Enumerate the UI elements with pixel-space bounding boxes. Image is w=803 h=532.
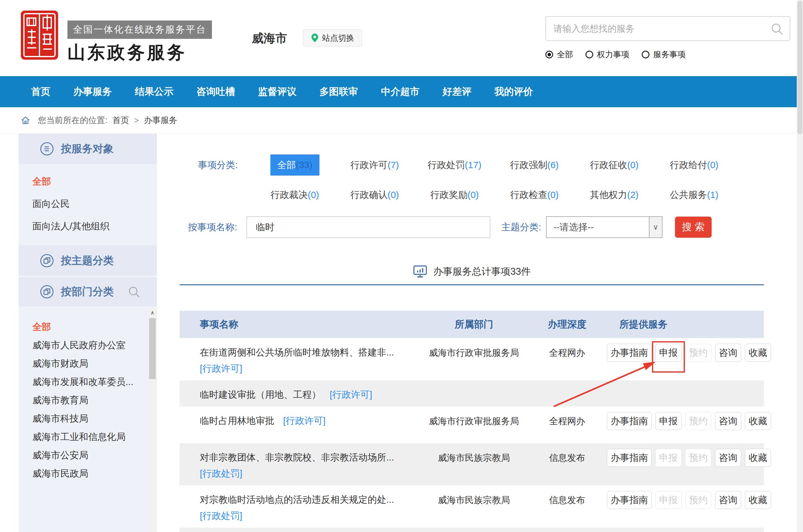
department-item-威海市财政局[interactable]: 威海市财政局 bbox=[19, 354, 157, 373]
row-action-办事指南[interactable]: 办事指南 bbox=[607, 344, 652, 362]
department-item-全部[interactable]: 全部 bbox=[19, 318, 157, 336]
category-tag[interactable]: [行政处罚] bbox=[200, 467, 409, 480]
nav-item-办事服务[interactable]: 办事服务 bbox=[62, 85, 123, 98]
search-button[interactable]: 搜 索 bbox=[675, 216, 712, 238]
radio-icon bbox=[586, 51, 593, 58]
row-action-办事指南[interactable]: 办事指南 bbox=[607, 412, 652, 430]
category-tab-行政许可[interactable]: 行政许可(7) bbox=[350, 154, 399, 175]
page-scrollbar-thumb[interactable] bbox=[798, 1, 802, 134]
category-tab-公共服务[interactable]: 公共服务(1) bbox=[670, 184, 719, 205]
row-action-办事指南[interactable]: 办事指南 bbox=[607, 491, 652, 509]
category-tab-行政确认[interactable]: 行政确认(0) bbox=[350, 184, 399, 205]
nav-item-中介超市[interactable]: 中介超市 bbox=[369, 85, 431, 98]
department-item-威海市发展和改革委员...[interactable]: 威海市发展和改革委员... bbox=[19, 373, 157, 391]
category-tag[interactable]: [行政许可] bbox=[330, 390, 372, 400]
service-object-icon bbox=[40, 142, 54, 156]
category-tabs: 全部(33)行政许可(7)行政处罚(17)行政强制(6)行政征收(0)行政给付(… bbox=[255, 154, 734, 205]
category-tab-行政强制[interactable]: 行政强制(6) bbox=[510, 154, 559, 175]
service-item-title-cell: 对非宗教团体、非宗教院校、非宗教活动场所...[行政处罚] bbox=[179, 443, 418, 486]
department-scrollbar[interactable]: ∧ bbox=[149, 308, 156, 532]
department-item-威海市公安局[interactable]: 威海市公安局 bbox=[19, 446, 157, 464]
department-search-icon[interactable] bbox=[128, 286, 141, 299]
department-item-威海市教育局[interactable]: 威海市教育局 bbox=[19, 391, 157, 409]
department-item-威海市工业和信息化局[interactable]: 威海市工业和信息化局 bbox=[19, 428, 157, 446]
row-action-收藏[interactable]: 收藏 bbox=[745, 344, 771, 362]
item-name-input[interactable] bbox=[246, 216, 490, 238]
service-object-item-面向法人/其他组织[interactable]: 面向法人/其他组织 bbox=[19, 215, 157, 238]
nav-item-结果公示[interactable]: 结果公示 bbox=[123, 85, 185, 98]
row-action-收藏[interactable]: 收藏 bbox=[745, 449, 771, 467]
sidebar-section-service-object[interactable]: 按服务对象 bbox=[19, 134, 157, 164]
search-icon[interactable] bbox=[770, 22, 784, 36]
category-tab-cell: 行政强制(6) bbox=[494, 154, 574, 175]
row-action-咨询[interactable]: 咨询 bbox=[715, 449, 741, 467]
tab-count: (1) bbox=[707, 190, 719, 200]
nav-item-咨询吐槽[interactable]: 咨询吐槽 bbox=[185, 85, 246, 98]
search-scope-全部[interactable]: 全部 bbox=[546, 49, 573, 60]
header-search-input[interactable] bbox=[546, 17, 790, 40]
category-tab-行政奖励[interactable]: 行政奖励(0) bbox=[430, 184, 479, 205]
category-tab-行政检查[interactable]: 行政检查(0) bbox=[510, 184, 559, 205]
search-scope-权力事项[interactable]: 权力事项 bbox=[586, 49, 629, 60]
category-tab-行政裁决[interactable]: 行政裁决(0) bbox=[270, 184, 319, 205]
service-object-item-面向公民[interactable]: 面向公民 bbox=[19, 193, 157, 215]
depth-cell: 信息发布 bbox=[530, 443, 605, 464]
row-action-预约: 预约 bbox=[685, 412, 711, 430]
breadcrumb-home-link[interactable]: 首页 bbox=[113, 115, 129, 126]
row-action-办事指南[interactable]: 办事指南 bbox=[607, 449, 652, 467]
breadcrumb-current[interactable]: 办事服务 bbox=[144, 115, 177, 126]
page-scrollbar[interactable] bbox=[797, 0, 803, 532]
top-header: 全国一体化在线政务服务平台 山东政务服务 威海市 站点切换 bbox=[0, 0, 803, 76]
row-action-申报[interactable]: 申报 bbox=[655, 344, 682, 362]
category-tag[interactable]: [行政许可] bbox=[200, 362, 409, 375]
scroll-up-icon[interactable]: ∧ bbox=[149, 308, 156, 318]
department-item-威海市科技局[interactable]: 威海市科技局 bbox=[19, 409, 157, 428]
row-action-申报[interactable]: 申报 bbox=[655, 412, 682, 430]
row-action-咨询[interactable]: 咨询 bbox=[715, 344, 741, 362]
sidebar-section-theme[interactable]: 按主题分类 bbox=[19, 246, 157, 276]
nav-item-多图联审[interactable]: 多图联审 bbox=[308, 85, 369, 98]
category-tag[interactable]: [行政处罚] bbox=[200, 509, 409, 523]
table-row: 对检疫传染病病人、病原携带者、疑似检疫传...威海市卫生健康委员会信息发布办事指… bbox=[179, 528, 764, 532]
row-action-收藏[interactable]: 收藏 bbox=[745, 491, 771, 509]
search-scope-服务事项[interactable]: 服务事项 bbox=[642, 49, 686, 60]
home-icon bbox=[20, 115, 31, 125]
nav-item-监督评议[interactable]: 监督评议 bbox=[246, 85, 308, 98]
header-search: 全部权力事项服务事项 bbox=[546, 16, 790, 60]
services-cell: 办事指南申报预约咨询收藏 bbox=[605, 528, 764, 532]
row-action-收藏[interactable]: 收藏 bbox=[745, 412, 771, 430]
service-item-title: 在街道两侧和公共场所临时堆放物料、搭建非... bbox=[200, 347, 394, 357]
category-tab-行政处罚[interactable]: 行政处罚(17) bbox=[427, 154, 481, 175]
row-action-咨询[interactable]: 咨询 bbox=[715, 412, 741, 430]
tab-count: (17) bbox=[465, 160, 481, 170]
service-object-list: 全部面向公民面向法人/其他组织 bbox=[19, 164, 157, 246]
sidebar-section-department[interactable]: 按部门分类 bbox=[19, 276, 157, 306]
seal-logo-icon bbox=[20, 10, 59, 60]
sidebar-section-title: 按服务对象 bbox=[61, 142, 114, 156]
service-item-title: 临时建设审批（用地、工程） bbox=[200, 390, 321, 400]
department-item-威海市人民政府办公室[interactable]: 威海市人民政府办公室 bbox=[19, 336, 157, 354]
service-item-title: 对宗教临时活动地点的活动违反相关规定的处... bbox=[200, 494, 394, 505]
depth-cell bbox=[530, 380, 605, 389]
category-tab-cell: 行政处罚(17) bbox=[415, 154, 494, 175]
nav-item-好差评[interactable]: 好差评 bbox=[431, 85, 483, 98]
row-action-咨询[interactable]: 咨询 bbox=[715, 491, 741, 509]
tab-count: (0) bbox=[547, 190, 559, 200]
department-item-威海市民政局[interactable]: 威海市民政局 bbox=[19, 464, 157, 482]
site-switch-button[interactable]: 站点切换 bbox=[303, 29, 362, 46]
department-category-icon bbox=[40, 285, 54, 299]
nav-item-首页[interactable]: 首页 bbox=[20, 85, 62, 98]
depth-cell: 全程网办 bbox=[530, 338, 605, 359]
topic-category-select[interactable]: --请选择-- ∨ bbox=[546, 216, 663, 238]
category-tab-全部[interactable]: 全部(33) bbox=[270, 154, 320, 175]
category-tab-行政征收[interactable]: 行政征收(0) bbox=[590, 154, 638, 175]
service-object-item-全部[interactable]: 全部 bbox=[19, 170, 157, 193]
nav-item-我的评价[interactable]: 我的评价 bbox=[483, 85, 544, 98]
sidebar-section-title: 按部门分类 bbox=[61, 285, 114, 299]
category-tab-其他权力[interactable]: 其他权力(2) bbox=[590, 184, 638, 205]
tab-count: (6) bbox=[547, 160, 559, 170]
category-tag[interactable]: [行政许可] bbox=[283, 416, 326, 426]
category-filter-label: 事项分类: bbox=[179, 154, 255, 205]
category-tab-行政给付[interactable]: 行政给付(0) bbox=[670, 154, 719, 175]
department-scrollbar-thumb[interactable] bbox=[149, 318, 156, 379]
